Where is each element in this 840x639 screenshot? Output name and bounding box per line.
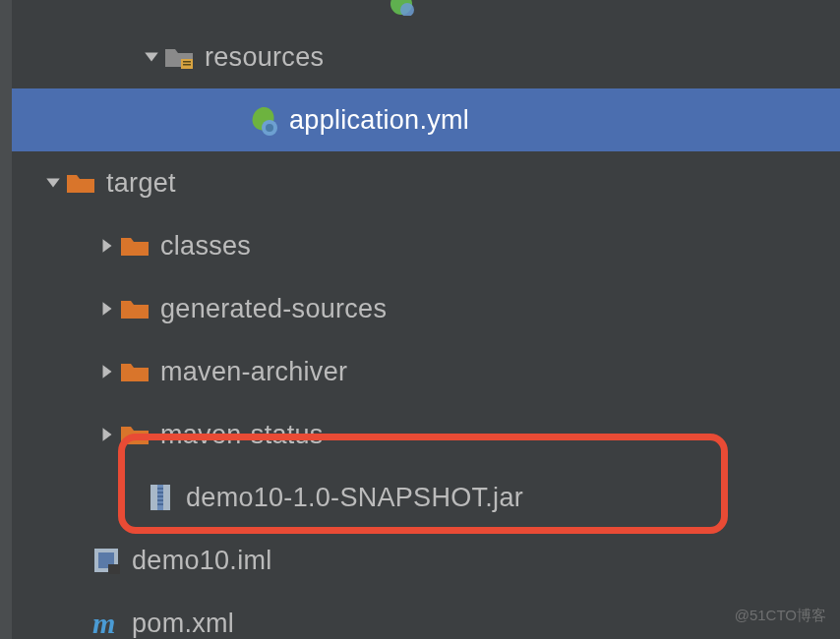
project-tree: resources application.yml target classes bbox=[12, 0, 840, 639]
tree-item-generated-sources[interactable]: generated-sources bbox=[12, 277, 840, 340]
tree-item-pom-xml[interactable]: m pom.xml bbox=[12, 592, 840, 639]
expand-arrow-down-icon[interactable] bbox=[41, 171, 65, 195]
tree-label: maven-archiver bbox=[160, 357, 347, 387]
folder-icon bbox=[119, 419, 150, 450]
expand-arrow-right-icon[interactable] bbox=[95, 297, 119, 320]
expand-arrow-right-icon[interactable] bbox=[95, 360, 119, 383]
folder-icon bbox=[119, 293, 150, 324]
tree-item-maven-archiver[interactable]: maven-archiver bbox=[12, 340, 840, 403]
svg-point-6 bbox=[266, 124, 273, 132]
svg-rect-4 bbox=[183, 64, 191, 66]
expand-arrow-right-icon[interactable] bbox=[95, 423, 119, 446]
tree-label: pom.xml bbox=[132, 609, 234, 639]
maven-icon: m bbox=[90, 608, 122, 639]
tree-item-application-yml[interactable]: application.yml bbox=[12, 88, 840, 151]
svg-rect-16 bbox=[108, 564, 120, 574]
watermark: @51CTO博客 bbox=[735, 607, 826, 625]
tree-item-maven-status[interactable]: maven-status bbox=[12, 403, 840, 466]
tree-item-classes[interactable]: classes bbox=[12, 214, 840, 277]
tree-label: classes bbox=[160, 231, 251, 261]
tree-label: maven-status bbox=[160, 420, 324, 450]
archive-icon bbox=[145, 482, 176, 513]
svg-rect-12 bbox=[157, 499, 163, 501]
tree-item-demo-iml[interactable]: demo10.iml bbox=[12, 529, 840, 592]
folder-icon bbox=[119, 230, 150, 261]
spring-config-icon bbox=[248, 104, 279, 136]
resources-folder-icon bbox=[163, 41, 195, 73]
expand-arrow-right-icon[interactable] bbox=[95, 234, 119, 258]
tree-label: demo10.iml bbox=[132, 546, 272, 576]
tree-label: target bbox=[106, 168, 176, 199]
svg-rect-9 bbox=[157, 488, 163, 490]
svg-rect-13 bbox=[157, 503, 163, 505]
tree-item-partial[interactable] bbox=[12, 0, 840, 26]
svg-rect-11 bbox=[157, 495, 163, 497]
svg-text:m: m bbox=[92, 608, 115, 639]
folder-icon bbox=[119, 356, 150, 387]
tree-label: application.yml bbox=[289, 105, 469, 136]
tree-label: demo10-1.0-SNAPSHOT.jar bbox=[186, 483, 523, 513]
module-file-icon bbox=[90, 545, 122, 576]
tree-item-target[interactable]: target bbox=[12, 151, 840, 214]
svg-rect-10 bbox=[157, 492, 163, 494]
expand-arrow-down-icon[interactable] bbox=[140, 45, 163, 69]
tree-label: generated-sources bbox=[160, 294, 387, 324]
folder-icon bbox=[65, 167, 96, 199]
spring-boot-icon bbox=[386, 0, 417, 16]
tree-label: resources bbox=[205, 42, 324, 73]
tree-item-resources[interactable]: resources bbox=[12, 26, 840, 88]
svg-rect-3 bbox=[183, 61, 191, 63]
tree-item-snapshot-jar[interactable]: demo10-1.0-SNAPSHOT.jar bbox=[12, 466, 840, 529]
